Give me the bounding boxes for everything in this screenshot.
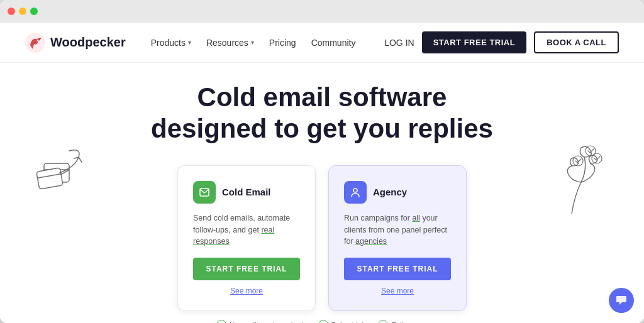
svg-point-1 [37, 39, 39, 41]
card-header-agency: Agency [344, 181, 451, 204]
svg-rect-9 [200, 189, 209, 196]
hero-title: Cold email software designed to get you … [151, 82, 493, 145]
dot-green-browser[interactable] [30, 8, 38, 15]
browser-chrome [0, 0, 644, 23]
agency-desc: Run campaigns for all your clients from … [344, 212, 451, 248]
nav-products[interactable]: Products ▾ [151, 38, 191, 48]
start-trial-button-nav[interactable]: START FREE TRIAL [422, 31, 527, 53]
logo-icon [25, 33, 45, 53]
chat-button[interactable] [609, 288, 634, 313]
agency-trial-button[interactable]: START FREE TRIAL [344, 258, 451, 280]
navbar: Woodpecker Products ▾ Resources ▾ Pricin… [0, 23, 644, 63]
agency-title: Agency [373, 187, 407, 197]
agency-see-more[interactable]: See more [344, 287, 451, 295]
nav-links: Products ▾ Resources ▾ Pricing Community [151, 38, 385, 48]
svg-point-10 [353, 189, 357, 192]
deco-right-illustration [531, 132, 613, 220]
nav-pricing[interactable]: Pricing [269, 38, 296, 48]
cards-container: Cold Email Send cold emails, automate fo… [177, 165, 467, 311]
chevron-down-icon: ▾ [188, 39, 191, 46]
logo-text: Woodpecker [50, 35, 126, 50]
cold-email-title: Cold Email [222, 187, 271, 197]
svg-rect-4 [36, 168, 63, 189]
login-button[interactable]: LOG IN [384, 38, 414, 48]
nav-community[interactable]: Community [311, 38, 356, 48]
book-call-button[interactable]: BOOK A CALL [534, 31, 619, 53]
browser-window: Woodpecker Products ▾ Resources ▾ Pricin… [0, 0, 644, 323]
cold-email-icon [193, 181, 216, 204]
badges-row: ✓ No credit card required ✓ 7-day trial … [216, 320, 428, 323]
check-icon: ✓ [216, 320, 226, 323]
badge-7-day-trial: ✓ 7-day trial [318, 320, 364, 323]
badge-no-credit-card: ✓ No credit card required [216, 320, 303, 323]
cold-email-card: Cold Email Send cold emails, automate fo… [177, 165, 316, 311]
cold-email-see-more[interactable]: See more [193, 287, 300, 295]
check-icon: ✓ [378, 320, 388, 323]
card-header-cold-email: Cold Email [193, 181, 300, 204]
deco-left-illustration [31, 145, 101, 207]
nav-resources[interactable]: Resources ▾ [206, 38, 254, 48]
chevron-down-icon: ▾ [251, 39, 254, 46]
badge-full-access: ✓ Full access [378, 320, 428, 323]
cold-email-desc: Send cold emails, automate follow-ups, a… [193, 212, 300, 248]
cold-email-trial-button[interactable]: START FREE TRIAL [193, 258, 300, 280]
check-icon: ✓ [318, 320, 328, 323]
dot-yellow[interactable] [19, 8, 26, 15]
agency-icon [344, 181, 367, 204]
agency-card: Agency Run campaigns for all your client… [328, 165, 467, 311]
hero-section: Cold email software designed to get you … [0, 63, 644, 323]
nav-actions: LOG IN START FREE TRIAL BOOK A CALL [384, 31, 619, 53]
logo[interactable]: Woodpecker [25, 33, 126, 53]
page-content: Woodpecker Products ▾ Resources ▾ Pricin… [0, 23, 644, 323]
dot-red[interactable] [8, 8, 15, 15]
